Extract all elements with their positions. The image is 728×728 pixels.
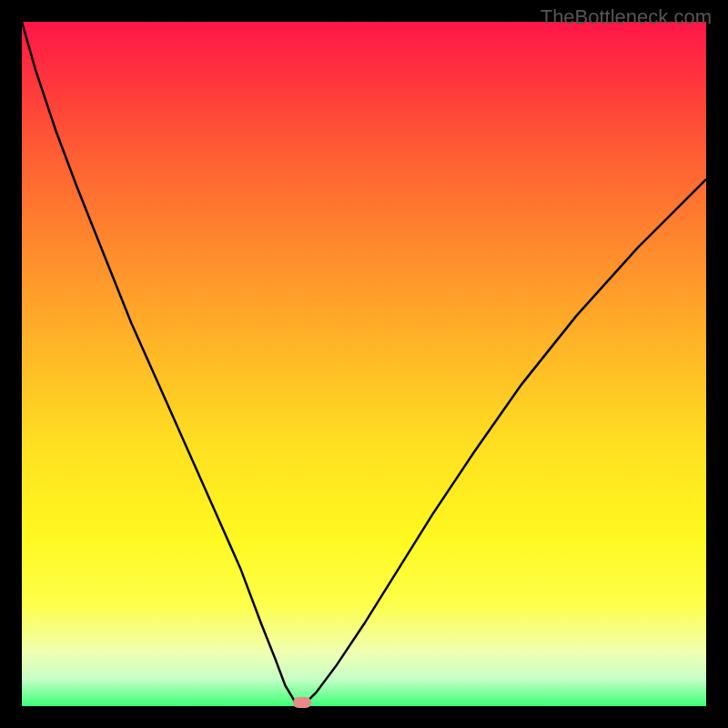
watermark-text: TheBottleneck.com (541, 5, 712, 29)
bottleneck-curve (22, 22, 706, 706)
optimum-marker (293, 697, 311, 708)
chart-plot-area (22, 22, 706, 706)
